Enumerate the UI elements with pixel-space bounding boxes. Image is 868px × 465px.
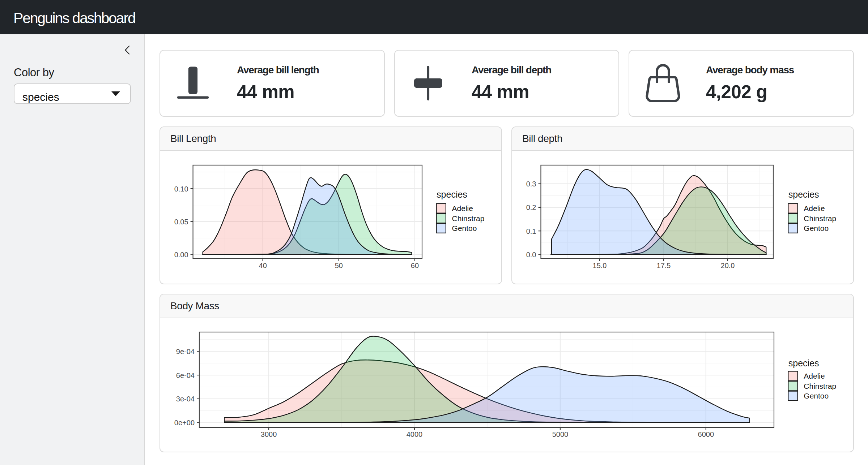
svg-text:species: species [437,189,467,199]
svg-text:5000: 5000 [552,430,569,438]
svg-text:6e-04: 6e-04 [176,371,195,379]
svg-text:Gentoo: Gentoo [804,224,829,232]
svg-text:0.05: 0.05 [174,218,188,226]
svg-text:0.0: 0.0 [526,251,536,259]
svg-text:17.5: 17.5 [657,262,671,270]
svg-text:0.10: 0.10 [174,185,188,193]
svg-text:20.0: 20.0 [721,262,735,270]
svg-text:species: species [788,189,819,199]
svg-text:species: species [788,358,819,368]
svg-text:Gentoo: Gentoo [452,224,477,232]
svg-text:Chinstrap: Chinstrap [452,214,485,223]
svg-text:Adelie: Adelie [804,204,825,212]
svg-text:0.2: 0.2 [526,203,536,211]
svg-text:60: 60 [411,262,419,270]
svg-text:0e+00: 0e+00 [174,419,195,427]
svg-text:Gentoo: Gentoo [804,392,829,400]
svg-text:Chinstrap: Chinstrap [804,214,836,223]
svg-text:3000: 3000 [261,430,277,438]
svg-text:0.3: 0.3 [526,180,536,188]
svg-text:0.1: 0.1 [526,227,536,235]
svg-text:6000: 6000 [698,430,714,438]
svg-text:50: 50 [335,262,343,270]
svg-text:Chinstrap: Chinstrap [804,382,836,390]
svg-text:40: 40 [259,262,267,270]
svg-text:15.0: 15.0 [593,262,607,270]
svg-text:3e-04: 3e-04 [176,395,195,403]
svg-text:4000: 4000 [407,430,423,438]
svg-text:0.00: 0.00 [174,251,188,259]
svg-text:Adelie: Adelie [804,372,825,380]
svg-text:Adelie: Adelie [452,204,473,212]
svg-text:9e-04: 9e-04 [176,348,195,356]
